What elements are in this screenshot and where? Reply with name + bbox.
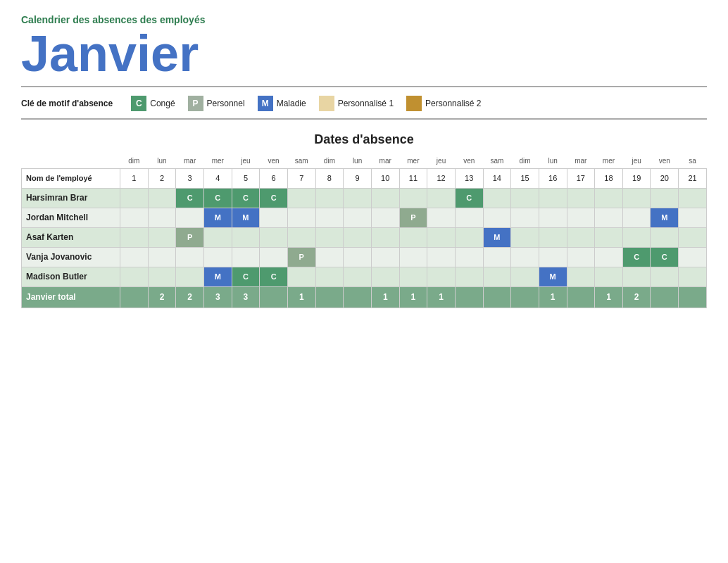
absence-cell-15 [511, 227, 539, 247]
absence-cell-18 [595, 267, 623, 286]
absence-cell-11 [399, 267, 427, 286]
subtitle: Calendrier des absences des employés [21, 14, 707, 25]
legend-label-custom2: Personnalisé 2 [425, 99, 481, 108]
absence-cell-8 [315, 208, 344, 227]
employee-row: Asaf KartenPM [22, 227, 707, 247]
absence-cell-14 [483, 247, 511, 267]
absence-cell-9 [344, 208, 372, 227]
day-num-cell-20: 20 [651, 168, 679, 188]
total-cell-16: 1 [539, 286, 567, 308]
employee-row: Jordan MitchellMMPM [22, 208, 707, 227]
day-num-cell-19: 19 [622, 168, 651, 188]
absence-cell-12 [427, 208, 456, 227]
col-name-header [22, 154, 120, 168]
employee-name-cell: Madison Butler [22, 267, 120, 286]
absence-cell-13 [455, 208, 483, 227]
absence-cell-14 [483, 208, 511, 227]
absence-cell-8 [315, 188, 344, 208]
day-num-cell-10: 10 [371, 168, 399, 188]
dow-cell-21: sa [679, 154, 707, 168]
absence-cell-20: M [651, 208, 679, 227]
absence-cell-14 [483, 188, 511, 208]
absence-cell-2 [148, 227, 176, 247]
day-num-cell-17: 17 [567, 168, 595, 188]
total-cell-6 [260, 286, 288, 308]
absence-cell-15 [511, 208, 539, 227]
absence-cell-4 [203, 247, 232, 267]
absence-cell-16 [539, 188, 567, 208]
absence-cell-19 [622, 208, 651, 227]
absence-cell-17 [567, 247, 595, 267]
absence-cell-19 [622, 267, 651, 286]
dow-cell-5: jeu [232, 154, 260, 168]
day-num-cell-14: 14 [483, 168, 511, 188]
total-cell-10: 1 [371, 286, 399, 308]
total-cell-19: 2 [622, 286, 651, 308]
dow-cell-10: mar [371, 154, 399, 168]
absence-cell-17 [567, 267, 595, 286]
dow-cell-6: ven [260, 154, 288, 168]
absence-cell-6 [260, 208, 288, 227]
absence-cell-9 [344, 227, 372, 247]
legend-custom2: Personnalisé 2 [406, 96, 481, 111]
dow-cell-7: sam [287, 154, 315, 168]
absence-cell-4: C [203, 188, 232, 208]
absence-cell-4: M [203, 208, 232, 227]
absence-cell-7 [287, 188, 315, 208]
total-cell-2: 2 [148, 286, 176, 308]
absence-cell-1 [120, 267, 149, 286]
absence-cell-2 [148, 267, 176, 286]
absence-cell-13 [455, 227, 483, 247]
absence-cell-14: M [483, 227, 511, 247]
absence-cell-8 [315, 267, 344, 286]
absence-cell-8 [315, 227, 344, 247]
absence-cell-2 [148, 188, 176, 208]
day-num-cell-11: 11 [399, 168, 427, 188]
absence-cell-13 [455, 267, 483, 286]
absence-cell-5: C [232, 188, 260, 208]
legend-box-maladie: M [258, 96, 273, 111]
legend-personnel: P Personnel [188, 96, 245, 111]
legend-maladie: M Maladie [258, 96, 306, 111]
total-cell-14 [483, 286, 511, 308]
absence-cell-4: M [203, 267, 232, 286]
day-num-cell-9: 9 [344, 168, 372, 188]
absence-cell-17 [567, 208, 595, 227]
absence-cell-6 [260, 227, 288, 247]
dow-cell-13: ven [455, 154, 483, 168]
absence-cell-7: P [287, 247, 315, 267]
total-cell-15 [511, 286, 539, 308]
dow-cell-8: dim [315, 154, 344, 168]
total-row: Janvier total22331111112 [22, 286, 707, 308]
absence-cell-11 [399, 247, 427, 267]
absence-cell-15 [511, 247, 539, 267]
day-num-cell-5: 5 [232, 168, 260, 188]
absence-cell-9 [344, 188, 372, 208]
day-num-cell-16: 16 [539, 168, 567, 188]
main-title: Janvier [21, 28, 707, 79]
day-num-cell-15: 15 [511, 168, 539, 188]
total-cell-8 [315, 286, 344, 308]
day-num-cell-21: 21 [679, 168, 707, 188]
absence-cell-18 [595, 227, 623, 247]
dow-cell-2: lun [148, 154, 176, 168]
absence-cell-11 [399, 227, 427, 247]
legend-box-custom1 [319, 96, 334, 111]
section-title: Dates d'absence [21, 132, 707, 147]
total-cell-4: 3 [203, 286, 232, 308]
absence-cell-7 [287, 208, 315, 227]
absence-cell-6 [260, 247, 288, 267]
absence-cell-8 [315, 247, 344, 267]
dow-cell-15: dim [511, 154, 539, 168]
employee-row: Harsimran BrarCCCCC [22, 188, 707, 208]
absence-cell-21 [679, 247, 707, 267]
day-num-cell-6: 6 [260, 168, 288, 188]
absence-cell-21 [679, 188, 707, 208]
absence-cell-12 [427, 188, 456, 208]
dow-cell-18: mer [595, 154, 623, 168]
absence-cell-5: M [232, 208, 260, 227]
absence-cell-15 [511, 267, 539, 286]
absence-cell-10 [371, 208, 399, 227]
legend-box-personnel: P [188, 96, 203, 111]
day-number-row: Nom de l'employé 12345678910111213141516… [22, 168, 707, 188]
